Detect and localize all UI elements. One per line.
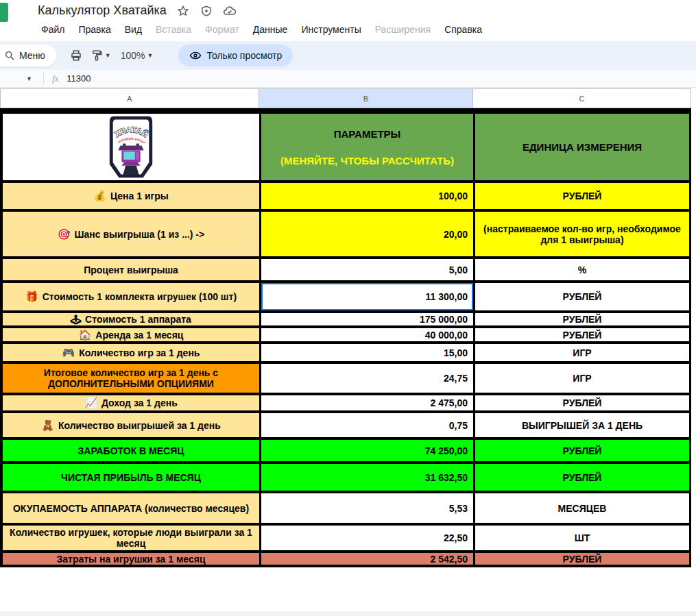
row-label: Количество выигрышей за 1 день	[58, 420, 221, 431]
unit-cell[interactable]: ИГР	[475, 344, 689, 361]
label-cell[interactable]: Итоговое количество игр за 1 день с ДОПО…	[3, 364, 261, 393]
row-label: Затраты на игрушки за 1 месяц	[57, 554, 206, 565]
row-label: Стоимость 1 аппарата	[85, 314, 191, 325]
unit-cell[interactable]: РУБЛЕЙ	[475, 183, 689, 209]
unit-cell[interactable]: ШТ	[475, 526, 689, 550]
menu-file[interactable]: Файл	[36, 22, 70, 37]
menu-view[interactable]: Вид	[119, 22, 147, 37]
formula-input[interactable]: 11300	[67, 73, 91, 84]
value-cell[interactable]: 0,75	[261, 413, 475, 437]
table-row: Итоговое количество игр за 1 день с ДОПО…	[3, 364, 689, 395]
table-row: 🎁Стоимость 1 комплекта игрушек (100 шт) …	[3, 283, 689, 313]
row-label: ЗАРАБОТОК В МЕСЯЦ	[78, 445, 184, 456]
unit-cell[interactable]: ИГР	[475, 364, 689, 393]
menu-extensions: Расширения	[370, 22, 436, 37]
value-cell[interactable]: 100,00	[261, 183, 475, 209]
document-title[interactable]: Калькулятор Хватайка	[38, 3, 167, 18]
star-icon[interactable]	[176, 4, 190, 18]
label-cell[interactable]: 🏠Аренда за 1 месяц	[3, 328, 261, 341]
label-cell[interactable]: 🎮Количество игр за 1 день	[3, 344, 261, 361]
label-cell[interactable]: Процент выигрыша	[3, 259, 261, 280]
params-header-cell[interactable]: ПАРАМЕТРЫ (МЕНЯЙТЕ, ЧТОБЫ РАССЧИТАТЬ)	[261, 114, 475, 180]
view-only-badge[interactable]: Только просмотр	[178, 45, 293, 66]
label-cell[interactable]: ОКУПАЕМОСТЬ АППАРАТА (количество месяцев…	[3, 493, 261, 523]
selected-cell[interactable]: 11 300,00	[261, 283, 475, 310]
value-cell[interactable]: 20,00	[261, 212, 475, 256]
value-cell[interactable]: 2 542,50	[261, 553, 475, 565]
toolbar-menu-label: Меню	[19, 50, 45, 61]
value-cell[interactable]: 2 475,00	[261, 395, 475, 410]
gift-icon: 🎁	[25, 291, 38, 303]
label-cell[interactable]: 🎁Стоимость 1 комплекта игрушек (100 шт)	[3, 283, 261, 310]
column-header-a[interactable]: A	[1, 89, 259, 108]
value-cell[interactable]: 40 000,00	[261, 328, 475, 341]
unit-cell[interactable]: РУБЛЕЙ	[475, 395, 689, 410]
dart-icon: 🎯	[58, 228, 71, 241]
logo-cell[interactable]: ХВАТАЙКА ИГРОВЫЕ АППАРАТЫ	[3, 114, 261, 180]
unit-cell[interactable]: РУБЛЕЙ	[475, 464, 689, 491]
print-button[interactable]	[66, 46, 86, 65]
menu-data[interactable]: Данные	[248, 22, 293, 37]
row-label: Шанс выигрыша (1 из ...) ->	[75, 229, 205, 240]
toolbar: Меню ▼ 100% ▼ Только просмотр	[0, 41, 696, 70]
label-cell[interactable]: ЗАРАБОТОК В МЕСЯЦ	[3, 440, 261, 461]
table-row: ЧИСТАЯ ПРИБЫЛЬ В МЕСЯЦ 31 632,50 РУБЛЕЙ	[3, 464, 689, 493]
row-label: ОКУПАЕМОСТЬ АППАРАТА (количество месяцев…	[13, 503, 249, 514]
khvataika-logo: ХВАТАЙКА ИГРОВЫЕ АППАРАТЫ	[104, 114, 158, 180]
value-cell[interactable]: 15,00	[261, 344, 475, 361]
name-box-caret-icon[interactable]: ▼	[26, 75, 32, 82]
toolbar-menu-button[interactable]: Меню	[0, 45, 56, 66]
table-row: 🏠Аренда за 1 месяц 40 000,00 РУБЛЕЙ	[3, 328, 689, 344]
label-cell[interactable]: Затраты на игрушки за 1 месяц	[3, 553, 261, 565]
unit-cell[interactable]: РУБЛЕЙ	[475, 553, 689, 565]
unit-cell[interactable]: %	[475, 259, 689, 280]
menu-edit[interactable]: Правка	[73, 22, 116, 37]
shield-plus-icon[interactable]	[200, 4, 213, 18]
unit-cell[interactable]: РУБЛЕЙ	[475, 440, 689, 461]
unit-cell[interactable]: (настраиваемое кол-во игр, необходимое д…	[475, 212, 689, 256]
label-cell[interactable]: 🕹Стоимость 1 аппарата	[3, 313, 261, 325]
sheets-logo-edge[interactable]	[0, 3, 8, 22]
value-cell[interactable]: 74 250,00	[261, 440, 475, 461]
zoom-control[interactable]: 100% ▼	[115, 50, 159, 61]
unit-cell[interactable]: РУБЛЕЙ	[475, 283, 689, 310]
table-row: ХВАТАЙКА ИГРОВЫЕ АППАРАТЫ ПАРАМЕТРЫ (МЕ	[3, 114, 689, 183]
value-cell[interactable]: 5,53	[261, 493, 475, 523]
row-label: Процент выигрыша	[84, 264, 178, 275]
value-cell[interactable]: 22,50	[261, 526, 475, 550]
spreadsheet-grid: ХВАТАЙКА ИГРОВЫЕ АППАРАТЫ ПАРАМЕТРЫ (МЕ	[0, 108, 691, 567]
unit-cell[interactable]: РУБЛЕЙ	[475, 328, 689, 341]
unit-header-cell[interactable]: ЕДИНИЦА ИЗМЕРЕНИЯ	[475, 114, 689, 180]
unit-cell[interactable]: ВЫИГРЫШЕЙ ЗА 1 ДЕНЬ	[475, 413, 689, 437]
label-cell[interactable]: 🧸Количество выигрышей за 1 день	[3, 413, 261, 437]
label-cell[interactable]: 💰Цена 1 игры	[3, 183, 261, 209]
menu-bar: Файл Правка Вид Вставка Формат Данные Ин…	[36, 22, 488, 37]
value-cell[interactable]: 24,75	[261, 364, 475, 393]
value-cell[interactable]: 31 632,50	[261, 464, 475, 491]
row-label: Количество игрушек, которые люди выиграл…	[7, 527, 255, 549]
table-row: 💰Цена 1 игры 100,00 РУБЛЕЙ	[3, 183, 689, 212]
bottom-strip	[0, 611, 696, 616]
unit-cell[interactable]: РУБЛЕЙ	[475, 313, 689, 325]
label-cell[interactable]: 🎯Шанс выигрыша (1 из ...) ->	[3, 212, 261, 256]
unit-cell[interactable]: МЕСЯЦЕВ	[475, 493, 689, 523]
column-header-b[interactable]: B	[259, 89, 473, 108]
table-row: 🧸Количество выигрышей за 1 день 0,75 ВЫИ…	[3, 413, 689, 440]
table-row: Количество игрушек, которые люди выиграл…	[3, 526, 689, 553]
label-cell[interactable]: 📈Доход за 1 день	[3, 395, 261, 410]
menu-format: Формат	[200, 22, 245, 37]
label-cell[interactable]: ЧИСТАЯ ПРИБЫЛЬ В МЕСЯЦ	[3, 464, 261, 491]
joystick-icon: 🕹	[71, 314, 81, 325]
label-cell[interactable]: Количество игрушек, которые люди выиграл…	[3, 526, 261, 550]
value-cell[interactable]: 175 000,00	[261, 313, 475, 325]
table-row: ОКУПАЕМОСТЬ АППАРАТА (количество месяцев…	[3, 493, 689, 526]
menu-help[interactable]: Справка	[439, 22, 488, 37]
paint-format-button[interactable]: ▼	[86, 46, 115, 65]
search-icon	[4, 50, 15, 61]
column-header-c[interactable]: C	[473, 89, 691, 108]
value-cell[interactable]: 5,00	[261, 259, 475, 280]
table-row: Затраты на игрушки за 1 месяц 2 542,50 Р…	[3, 553, 689, 567]
menu-tools[interactable]: Инструменты	[296, 22, 366, 37]
cloud-check-icon[interactable]	[223, 4, 237, 18]
row-label: Количество игр за 1 день	[79, 347, 200, 358]
